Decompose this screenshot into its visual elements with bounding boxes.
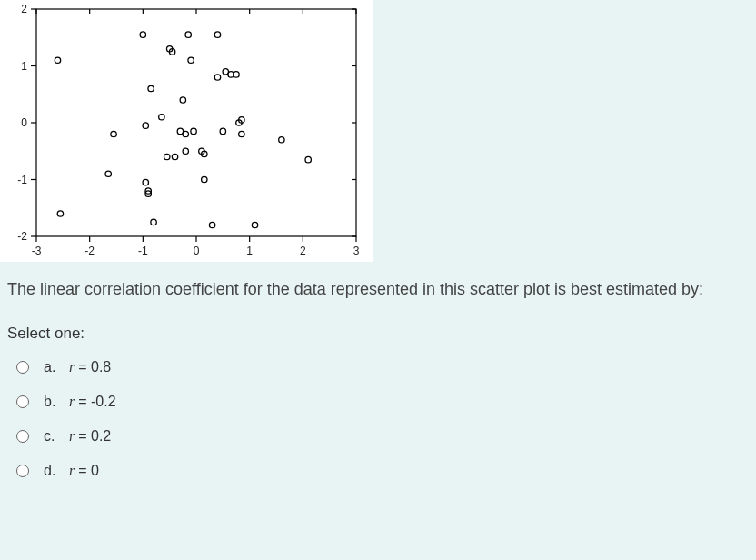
svg-point-73 [252,222,257,227]
svg-text:1: 1 [21,60,27,73]
svg-point-59 [191,128,196,134]
svg-point-41 [140,32,145,37]
svg-point-47 [151,219,156,225]
option-letter: c. [44,428,69,445]
option-value: = 0.8 [78,359,111,375]
svg-point-62 [202,176,207,182]
svg-point-74 [279,137,284,143]
svg-point-57 [185,32,191,37]
svg-point-38 [57,211,63,216]
svg-point-43 [143,179,148,185]
svg-text:-3: -3 [32,245,42,257]
svg-point-63 [209,222,214,227]
radio-button[interactable] [16,361,29,374]
options-list: a.r = 0.8b.r = -0.2c.r = 0.2d.r = 0 [0,350,756,488]
svg-text:-1: -1 [17,174,27,186]
svg-point-66 [220,128,225,134]
option-c[interactable]: c.r = 0.2 [16,419,756,454]
option-letter: a. [44,359,69,375]
radio-button[interactable] [16,465,29,477]
option-letter: d. [44,463,69,479]
select-one-label: Select one: [0,303,756,350]
svg-point-48 [159,115,164,120]
scatter-plot-figure: -3-2-10123-2-1012 [0,0,373,262]
svg-point-52 [172,154,177,159]
radio-button[interactable] [16,395,29,408]
question-text: The linear correlation coefficient for t… [0,269,756,303]
svg-text:2: 2 [21,3,27,15]
svg-point-49 [164,154,170,159]
svg-point-64 [214,32,220,37]
svg-point-75 [305,156,311,162]
option-variable: r [69,394,75,410]
option-value: = 0.2 [78,428,111,445]
svg-point-55 [183,131,188,136]
svg-text:-2: -2 [17,230,27,243]
option-variable: r [69,463,75,479]
scatter-plot-svg: -3-2-10123-2-1012 [0,0,373,262]
svg-point-65 [214,75,220,80]
svg-text:0: 0 [194,245,200,257]
svg-point-54 [180,97,185,103]
radio-button[interactable] [16,430,29,443]
option-b[interactable]: b.r = -0.2 [16,385,756,419]
svg-point-39 [105,171,111,176]
svg-text:0: 0 [21,116,27,129]
option-variable: r [69,359,75,375]
option-a[interactable]: a.r = 0.8 [16,350,756,385]
option-d[interactable]: d.r = 0 [16,454,756,488]
svg-point-56 [183,148,188,154]
svg-text:2: 2 [300,245,306,257]
option-value: = 0 [78,463,99,479]
svg-point-37 [55,57,60,63]
svg-text:3: 3 [353,245,360,257]
svg-text:-1: -1 [138,245,148,257]
svg-point-46 [148,85,154,91]
option-letter: b. [44,394,69,410]
svg-text:1: 1 [246,245,253,257]
svg-point-72 [239,131,244,136]
option-variable: r [69,428,75,445]
option-value: = -0.2 [78,394,115,410]
svg-point-42 [143,123,148,128]
svg-rect-0 [36,9,356,236]
svg-point-58 [188,57,194,63]
svg-text:-2: -2 [85,245,94,257]
svg-point-40 [111,131,116,136]
